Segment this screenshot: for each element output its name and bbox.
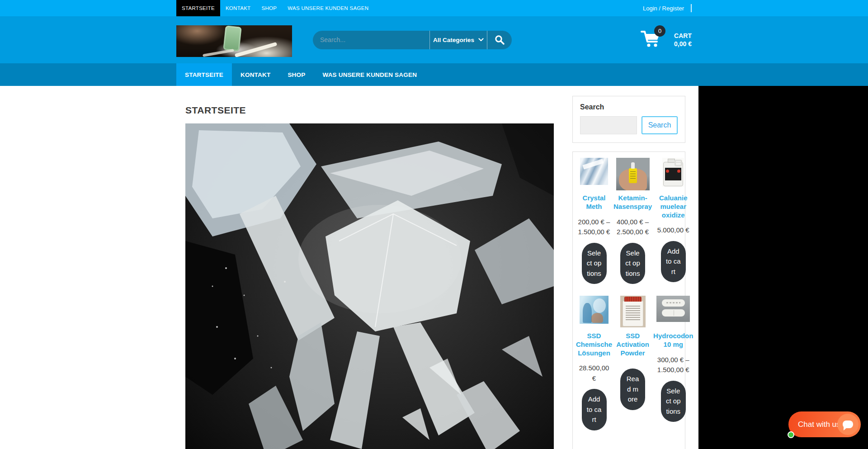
search-input[interactable] (313, 31, 429, 49)
topbar-item-shop[interactable]: SHOP (256, 0, 282, 16)
product-price: 400,00 € – 2.500,00 € (617, 217, 649, 237)
category-select-label: All Categories (433, 37, 474, 43)
product-image[interactable] (662, 158, 684, 191)
product-image[interactable] (656, 296, 690, 329)
cart-count-badge: 0 (654, 25, 665, 37)
product-image[interactable] (620, 296, 646, 329)
site-logo[interactable] (176, 25, 292, 57)
login-register-link[interactable]: Login / Register (643, 5, 684, 12)
product-card: Hydrocodon 10 mg 300,00 € – 1.500,00 € S… (653, 296, 693, 430)
product-price: 28.500,00 € (578, 363, 610, 383)
sidebar: Search Search Crystal Meth 200,00 € – 1.… (572, 96, 685, 449)
sidebar-products-widget: Crystal Meth 200,00 € – 1.500,00 € Selec… (572, 151, 685, 449)
product-price: 200,00 € – 1.500,00 € (578, 217, 610, 237)
product-name-link[interactable]: SSD Chemische Lösungen (576, 332, 612, 357)
chat-bubble-icon (837, 414, 859, 435)
ssd-chemical-thumbnail (580, 296, 609, 324)
topbar-separator (691, 4, 692, 12)
product-card: Crystal Meth 200,00 € – 1.500,00 € Selec… (576, 158, 612, 284)
chat-label: Chat with us (798, 420, 840, 429)
nav-item-shop[interactable]: SHOP (279, 63, 314, 86)
product-card: SSD Chemische Lösungen 28.500,00 € Add t… (576, 296, 612, 430)
product-select-options-button[interactable]: Select options (661, 381, 686, 422)
product-card: SSD Activation Powder Read more (613, 296, 652, 430)
cart-widget[interactable]: 0 CART 0,00 € (641, 30, 692, 49)
product-image[interactable] (580, 296, 609, 329)
product-select-options-button[interactable]: Select options (620, 243, 645, 284)
main-nav: STARTSEITE KONTAKT SHOP WAS UNSERE KUNDE… (0, 63, 868, 86)
sidebar-search-widget: Search Search (572, 96, 685, 143)
main-content: STARTSEITE (185, 86, 554, 449)
product-image[interactable] (616, 158, 650, 191)
chevron-down-icon (478, 38, 484, 42)
sidebar-search-input[interactable] (580, 116, 637, 134)
nav-item-kundenmeinungen[interactable]: WAS UNSERE KUNDEN SAGEN (314, 63, 425, 86)
nav-item-kontakt[interactable]: KONTAKT (232, 63, 279, 86)
product-add-to-cart-button[interactable]: Add to cart (582, 389, 607, 430)
cart-total: 0,00 € (674, 40, 692, 48)
chat-with-us-button[interactable]: Chat with us (788, 411, 861, 437)
topbar-menu: STARTSEITE KONTAKT SHOP WAS UNSERE KUNDE… (176, 0, 374, 16)
product-image[interactable] (580, 158, 608, 191)
search-icon (495, 35, 505, 45)
crystal-meth-thumbnail (580, 158, 608, 185)
product-name-link[interactable]: Hydrocodon 10 mg (653, 332, 693, 349)
topbar: STARTSEITE KONTAKT SHOP WAS UNSERE KUNDE… (0, 0, 868, 16)
product-card: Caluanie muelear oxidize 5.000,00 € Add … (653, 158, 693, 284)
sidebar-search-title: Search (580, 103, 678, 111)
page-title: STARTSEITE (185, 105, 554, 116)
online-status-dot (788, 431, 794, 438)
category-select[interactable]: All Categories (430, 31, 487, 49)
product-card: Ketamin-Nasenspray 400,00 € – 2.500,00 €… (613, 158, 652, 284)
ketamin-spray-thumbnail (616, 158, 650, 190)
crystal-hero-image (185, 123, 554, 449)
product-price: 300,00 € – 1.500,00 € (657, 355, 689, 375)
ssd-powder-thumbnail (620, 296, 646, 327)
header-search-form: All Categories (313, 31, 512, 49)
sidebar-search-button[interactable]: Search (642, 116, 678, 134)
product-name-link[interactable]: Crystal Meth (576, 194, 612, 211)
topbar-item-startseite[interactable]: STARTSEITE (176, 0, 220, 16)
cart-label: CART (674, 32, 692, 40)
product-price: 5.000,00 € (657, 225, 689, 236)
chat-widget-iframe-area: Chat with us (698, 86, 868, 449)
product-add-to-cart-button[interactable]: Add to cart (661, 241, 686, 283)
site-header: All Categories 0 (0, 16, 868, 63)
header-search-button[interactable] (487, 31, 512, 49)
topbar-item-kundenmeinungen[interactable]: WAS UNSERE KUNDEN SAGEN (282, 0, 374, 16)
nav-item-startseite[interactable]: STARTSEITE (176, 63, 232, 86)
product-read-more-button[interactable]: Read more (620, 369, 645, 410)
hydrocodon-pills-thumbnail (656, 296, 690, 322)
topbar-item-kontakt[interactable]: KONTAKT (220, 0, 256, 16)
product-name-link[interactable]: Caluanie muelear oxidize (653, 194, 693, 219)
product-name-link[interactable]: Ketamin-Nasenspray (613, 194, 652, 211)
product-select-options-button[interactable]: Select options (582, 243, 607, 284)
caluanie-bottle-thumbnail (662, 158, 684, 187)
product-name-link[interactable]: SSD Activation Powder (613, 332, 652, 357)
